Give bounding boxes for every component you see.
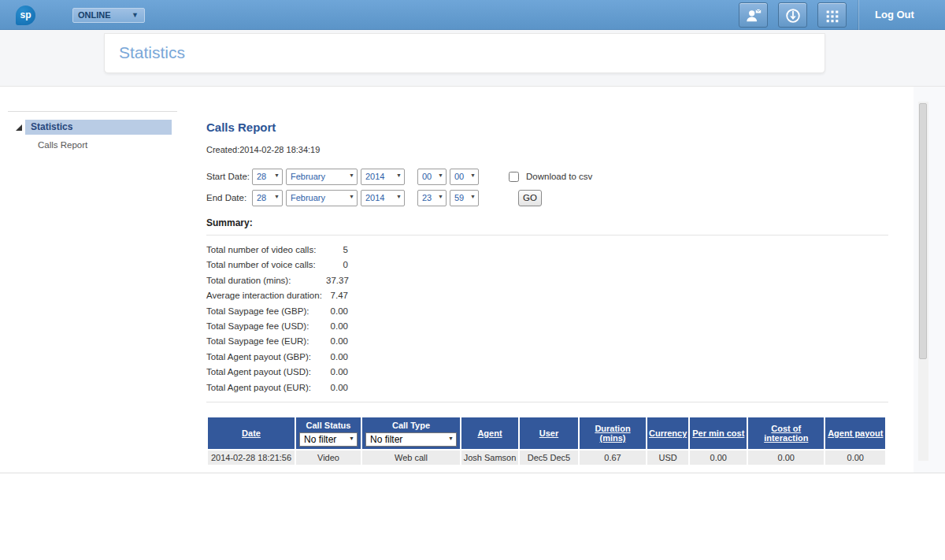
summary-value: 5 [326, 243, 348, 258]
online-status-dropdown[interactable]: ONLINE ▼ [72, 8, 145, 23]
start-date-row: Start Date: 28 February 2014 00 00 [206, 168, 888, 185]
summary-value: 0.00 [326, 380, 348, 395]
sort-duration-link[interactable]: Duration (mins) [595, 424, 630, 443]
user-message-button[interactable] [739, 2, 768, 28]
scrollbar-track[interactable] [918, 102, 928, 461]
report-created-timestamp: Created:2014-02-28 18:34:19 [206, 145, 888, 154]
summary-label: Total Saypage fee (GBP): [206, 304, 326, 319]
cell-call-status: Video [296, 451, 361, 465]
column-header-call-type: Call Type No filter [362, 417, 460, 449]
call-status-title: Call Status [298, 421, 359, 430]
footer-area [0, 474, 945, 560]
start-day-select[interactable]: 28 [252, 169, 283, 185]
end-day-select[interactable]: 28 [252, 190, 283, 206]
cell-cost-of-interaction: 0.00 [748, 451, 824, 465]
call-type-filter-wrap: No filter [365, 432, 457, 447]
column-header-per-min-cost: Per min cost [690, 417, 747, 449]
report-title: Calls Report [206, 121, 888, 134]
sidebar-item-statistics-label: Statistics [25, 120, 172, 135]
start-year-select[interactable]: 2014 [361, 169, 405, 185]
app-logo: sp [16, 6, 35, 25]
summary-label: Total Agent payout (GBP): [206, 350, 326, 365]
cell-currency: USD [647, 451, 688, 465]
column-header-call-status: Call Status No filter [296, 417, 361, 449]
summary-label: Total Saypage fee (EUR): [206, 334, 326, 349]
cell-agent-payout: 0.00 [825, 451, 885, 465]
apps-grid-button[interactable] [817, 2, 847, 28]
table-row: 2014-02-28 18:21:56 Video Web call Josh … [208, 451, 885, 465]
summary-heading: Summary: [206, 217, 888, 228]
end-hour-select-wrap: 23 [417, 190, 447, 206]
sidebar: Statistics Calls Report [8, 111, 177, 150]
sort-user-link[interactable]: User [539, 428, 558, 438]
tree-expander-icon[interactable] [16, 124, 22, 131]
header-band: Statistics [0, 30, 945, 87]
end-hour-select[interactable]: 23 [417, 190, 447, 206]
summary-row: Total Agent payout (USD):0.00 [206, 365, 888, 380]
summary-row: Total Saypage fee (GBP):0.00 [206, 304, 888, 319]
call-type-filter-select[interactable]: No filter [365, 432, 457, 447]
download-csv-label: Download to csv [526, 172, 592, 181]
download-csv-field: Download to csv [509, 172, 592, 182]
date-filters: Start Date: 28 February 2014 00 00 [206, 168, 888, 206]
sort-agent-link[interactable]: Agent [477, 428, 502, 438]
column-header-cost-of-interaction: Cost of interaction [748, 417, 824, 449]
sort-per-min-cost-link[interactable]: Per min cost [692, 428, 744, 438]
start-year-select-wrap: 2014 [361, 169, 405, 185]
summary-label: Total duration (mins): [206, 273, 326, 288]
start-hour-select[interactable]: 00 [417, 169, 447, 185]
end-minute-select-wrap: 59 [450, 190, 479, 206]
start-minute-select-wrap: 00 [450, 169, 479, 185]
logout-button[interactable]: Log Out [869, 0, 921, 30]
start-day-select-wrap: 28 [252, 169, 283, 185]
topbar-divider [858, 0, 859, 30]
scrollbar-thumb[interactable] [919, 103, 927, 359]
sort-cost-link[interactable]: Cost of interaction [764, 424, 808, 443]
summary-divider [206, 235, 888, 235]
end-minute-select[interactable]: 59 [450, 190, 479, 206]
summary-label: Total number of voice calls: [206, 258, 326, 273]
column-header-duration: Duration (mins) [580, 417, 646, 449]
sort-date-link[interactable]: Date [242, 428, 261, 438]
summary-row: Total number of video calls:5 [206, 243, 888, 258]
summary-row: Total Saypage fee (EUR):0.00 [206, 334, 888, 349]
report-main: Calls Report Created:2014-02-28 18:34:19… [206, 118, 888, 465]
start-month-select-wrap: February [286, 169, 358, 185]
cell-date: 2014-02-28 18:21:56 [208, 451, 295, 465]
end-date-row: End Date: 28 February 2014 23 59 GO [206, 189, 888, 206]
summary-value: 0.00 [326, 365, 348, 380]
page-title-card: Statistics [104, 33, 825, 73]
summary-row: Total number of voice calls:0 [206, 258, 888, 273]
cell-duration: 0.67 [580, 451, 646, 465]
column-header-user: User [520, 417, 578, 449]
sort-payout-link[interactable]: Agent payout [828, 428, 883, 438]
column-header-currency: Currency [647, 417, 688, 449]
summary-label: Average interaction duration: [206, 288, 326, 303]
start-month-select[interactable]: February [286, 169, 358, 185]
sort-currency-link[interactable]: Currency [649, 428, 687, 438]
cell-call-type: Web call [362, 451, 460, 465]
summary-row: Total Agent payout (GBP):0.00 [206, 350, 888, 365]
sidebar-item-statistics[interactable]: Statistics [8, 120, 177, 135]
download-csv-checkbox[interactable] [509, 172, 519, 182]
summary-row: Total Saypage fee (USD):0.00 [206, 319, 888, 334]
table-divider [206, 402, 888, 402]
call-status-filter-select[interactable]: No filter [299, 432, 358, 447]
sidebar-item-calls-report[interactable]: Calls Report [38, 140, 177, 150]
power-button[interactable] [778, 2, 807, 28]
summary-label: Total Saypage fee (USD): [206, 319, 326, 334]
column-header-agent: Agent [461, 417, 518, 449]
summary-label: Total number of video calls: [206, 243, 326, 258]
call-type-title: Call Type [364, 421, 458, 430]
summary-value: 7.47 [326, 288, 348, 303]
go-button[interactable]: GO [518, 190, 542, 206]
end-month-select-wrap: February [286, 190, 358, 206]
summary-row: Total Agent payout (EUR):0.00 [206, 380, 888, 395]
end-month-select[interactable]: February [286, 190, 358, 206]
end-year-select-wrap: 2014 [361, 190, 405, 206]
end-day-select-wrap: 28 [252, 190, 283, 206]
top-bar: sp ONLINE ▼ [0, 0, 945, 30]
start-minute-select[interactable]: 00 [450, 169, 479, 185]
summary-label: Total Agent payout (EUR): [206, 380, 326, 395]
end-year-select[interactable]: 2014 [361, 190, 405, 206]
